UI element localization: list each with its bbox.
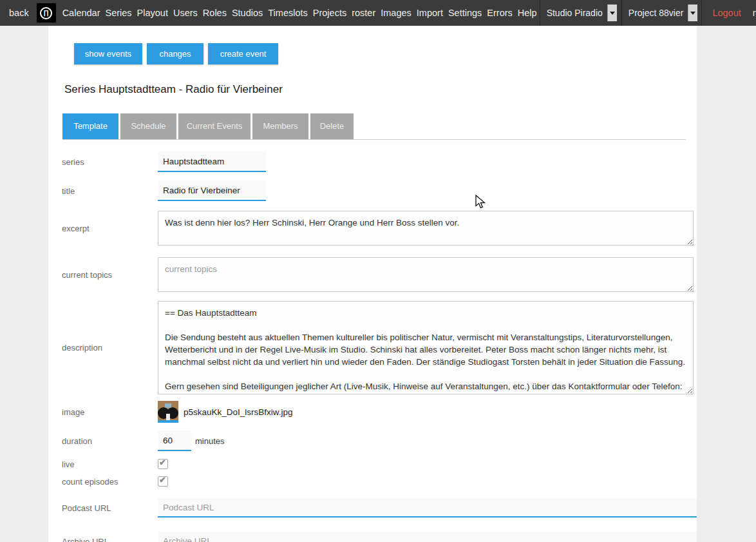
excerpt-label: excerpt [62,224,158,233]
archive-url-input[interactable] [158,532,697,542]
toolbar: show events changes create event [74,26,697,64]
form-row-image: image p5skauKk_DoI_lsrsBfxiw.jpg [62,401,697,423]
form-row-series: series [62,151,697,172]
live-checkbox[interactable] [158,459,168,469]
nav-item-studios[interactable]: Studios [229,8,265,18]
changes-button[interactable]: changes [147,43,203,64]
nav-item-series[interactable]: Series [102,8,134,18]
nav-item-settings[interactable]: Settings [446,8,484,18]
description-textarea[interactable]: == Das Hauptstadtteam Die Sendung besteh… [158,301,694,394]
nav-item-import[interactable]: Import [414,8,446,18]
podcast-url-label: Podcast URL [62,503,158,513]
page-title: Series Hauptstadtteam - Radio für Vierbe… [64,83,697,96]
description-label: description [62,343,158,353]
form-row-excerpt: excerpt Was ist denn hier los? Herr Schi… [62,211,697,246]
excerpt-textarea[interactable]: Was ist denn hier los? Herr Schinski, He… [158,211,694,246]
series-input[interactable] [158,151,266,172]
username-label: milan [753,8,756,18]
top-nav: back ∏ Calendar Series Playout Users Rol… [0,0,756,26]
studio-select-value: Studio Piradio [547,8,603,18]
chevron-down-icon[interactable] [607,5,617,21]
tab-schedule[interactable]: Schedule [120,113,176,139]
nav-item-calendar[interactable]: Calendar [60,8,103,18]
nav-item-timeslots[interactable]: Timeslots [265,8,310,18]
form-row-archive-url: Archive URL [62,532,697,542]
tab-members[interactable]: Members [252,113,308,139]
template-form: series title excerpt Was ist denn hier l… [48,151,697,542]
image-filename: p5skauKk_DoI_lsrsBfxiw.jpg [184,407,293,417]
nav-item-errors[interactable]: Errors [484,8,515,18]
nav-item-playout[interactable]: Playout [135,8,171,18]
tab-current-events[interactable]: Current Events [178,113,250,139]
show-events-button[interactable]: show events [74,43,142,64]
nav-item-roles[interactable]: Roles [200,8,229,18]
duration-input[interactable] [158,431,191,451]
nav-item-users[interactable]: Users [171,8,200,18]
chevron-down-icon[interactable] [688,5,697,21]
nav-item-help[interactable]: Help [515,8,540,18]
podcast-url-input[interactable] [158,498,697,518]
form-row-title: title [62,180,697,201]
title-input[interactable] [158,180,266,201]
form-row-count-episodes: count episodes [62,476,697,487]
tab-template[interactable]: Template [62,113,118,139]
tab-bar: Template Schedule Current Events Members… [62,113,686,140]
piradio-logo-icon[interactable]: ∏ [37,3,56,23]
count-episodes-checkbox[interactable] [158,476,168,487]
series-image-thumbnail[interactable] [158,401,178,423]
live-label: live [62,460,158,469]
duration-unit-label: minutes [195,436,225,446]
studio-select[interactable]: Studio Piradio [540,0,621,26]
nav-item-roster[interactable]: roster [349,8,378,18]
form-row-podcast-url: Podcast URL [62,498,697,518]
back-link[interactable]: back [6,8,32,18]
tab-delete[interactable]: Delete [310,113,354,139]
image-label: image [62,407,158,417]
current-topics-textarea[interactable] [158,257,694,292]
form-row-duration: duration minutes [62,431,697,451]
archive-url-label: Archive URL [62,537,158,542]
logout-link[interactable]: Logout [710,8,743,18]
project-select[interactable]: Project 88vier [621,0,703,26]
nav-item-images[interactable]: Images [378,8,414,18]
nav-right-group: Studio Piradio Project 88vier Logout mil… [540,0,756,26]
project-select-value: Project 88vier [628,8,684,18]
content-area: show events changes create event Series … [48,26,697,542]
form-row-current-topics: current topics [62,257,697,292]
duration-label: duration [62,436,158,446]
nav-item-projects[interactable]: Projects [310,8,349,18]
title-label: title [62,186,158,196]
current-topics-label: current topics [62,270,158,280]
series-label: series [62,157,158,167]
form-row-description: description == Das Hauptstadtteam Die Se… [62,301,697,394]
form-row-live: live [62,459,697,469]
count-episodes-label: count episodes [62,477,158,487]
create-event-button[interactable]: create event [208,43,278,64]
pi-glyph: ∏ [40,7,52,19]
